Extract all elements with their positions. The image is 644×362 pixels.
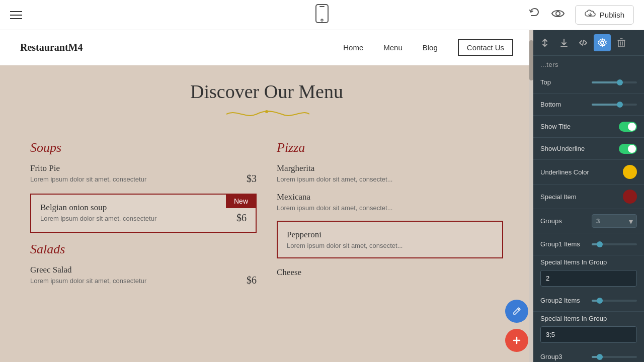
special-pizza-name: Pepperoni (287, 230, 493, 240)
setting-underlines-color: Underlines Color (533, 160, 644, 185)
nav-home[interactable]: Home (343, 43, 363, 52)
underlines-color-label: Underlines Color (540, 168, 623, 176)
scroll-thumb[interactable] (529, 40, 533, 80)
setting-show-title: Show Title (533, 116, 644, 138)
special-soup-item: New Belgian onion soup Lorem ipsum dolor… (30, 194, 257, 233)
group1-label: Group1 Items (540, 240, 592, 248)
setting-groups: Groups 3 1 2 4 5 (533, 209, 644, 233)
mobile-device-icon[interactable] (315, 4, 329, 26)
publish-label: Publish (600, 11, 624, 19)
group2-special-row: Special Items In Group (533, 312, 644, 346)
panel-toolbar (533, 30, 644, 56)
special-item-color-picker[interactable] (623, 190, 637, 204)
groups-dropdown[interactable]: 3 1 2 4 5 (592, 214, 637, 228)
special-pizza-item: Pepperoni Lorem ipsum dolor sit amet, co… (277, 221, 503, 258)
cloud-icon (585, 10, 596, 20)
setting-top: Top (533, 71, 644, 94)
top-bar-center (315, 4, 329, 26)
menu-columns: Soups Frito Pie Lorem ipsum dolor sit am… (30, 140, 503, 295)
special-item-label: Special Item (540, 193, 623, 201)
item-name: Mexicana (277, 192, 503, 202)
main-area: RestaurantM4 Home Menu Blog Contact Us D… (0, 30, 644, 362)
svg-line-16 (518, 309, 519, 310)
item-desc: Lorem ipsum dolor sit amet, consectet... (277, 204, 503, 212)
group1-special-input[interactable] (540, 270, 637, 287)
item-name: Greec Salad (30, 265, 257, 275)
top-bar: Publish (0, 0, 644, 30)
menu-decoration (30, 107, 503, 125)
special-item-name: Belgian onion soup (40, 203, 247, 213)
download-icon[interactable] (555, 34, 573, 51)
show-underline-toggle[interactable] (619, 144, 637, 154)
settings-panel: ...ters Top Bottom Show Title ShowUnderl… (533, 30, 644, 362)
menu-title: Discover Our Menu (30, 80, 503, 103)
new-badge: New (226, 194, 256, 208)
website-preview: RestaurantM4 Home Menu Blog Contact Us D… (0, 30, 533, 362)
setting-group2-items: Group2 Items (533, 290, 644, 312)
menu-right-column: Pizza Margherita Lorem ipsum dolor sit a… (277, 140, 503, 295)
group3-label: Group3 (540, 353, 592, 360)
group2-slider[interactable] (592, 300, 637, 302)
menu-item: Cheese (277, 267, 503, 278)
menu-item: Greec Salad Lorem ipsum dolor sit amet, … (30, 265, 257, 286)
show-title-toggle[interactable] (619, 122, 637, 132)
svg-point-3 (556, 12, 560, 16)
svg-rect-0 (316, 5, 328, 23)
show-underline-label: ShowUnderline (540, 145, 619, 152)
show-title-label: Show Title (540, 123, 619, 130)
top-bar-left (10, 11, 22, 19)
svg-point-1 (321, 19, 323, 21)
nav-menu[interactable]: Menu (383, 43, 403, 52)
menu-content: Discover Our Menu Soups Frito Pie Lorem … (0, 65, 533, 362)
nav-blog[interactable]: Blog (423, 43, 438, 52)
groups-label: Groups (540, 217, 592, 225)
site-logo: RestaurantM4 (20, 42, 83, 53)
group3-slider[interactable] (592, 356, 637, 358)
bottom-slider[interactable] (592, 104, 637, 106)
item-name: Margherita (277, 163, 503, 173)
trash-icon[interactable] (613, 34, 630, 51)
add-fab-button[interactable] (505, 329, 528, 352)
edit-fab-button[interactable] (505, 300, 528, 323)
menu-item: Frito Pie Lorem ipsum dolor sit amet, co… (30, 163, 257, 185)
group1-special-label: Special Items In Group (540, 258, 637, 266)
group2-special-input[interactable] (540, 326, 637, 343)
bottom-label: Bottom (540, 101, 592, 108)
svg-point-5 (265, 110, 268, 113)
preview-icon[interactable] (551, 8, 565, 22)
group1-slider[interactable] (592, 243, 637, 245)
svg-line-9 (583, 40, 584, 45)
item-desc: Lorem ipsum dolor sit amet, consectet... (277, 175, 503, 183)
menu-left-column: Soups Frito Pie Lorem ipsum dolor sit am… (30, 140, 257, 295)
underlines-color-picker[interactable] (623, 165, 637, 179)
menu-item: Mexicana Lorem ipsum dolor sit amet, con… (277, 192, 503, 212)
site-nav: RestaurantM4 Home Menu Blog Contact Us (0, 30, 533, 65)
special-pizza-desc: Lorem ipsum dolor sit amet, consectet... (287, 242, 493, 249)
setting-show-underline: ShowUnderline (533, 138, 644, 160)
setting-bottom: Bottom (533, 94, 644, 116)
undo-icon[interactable] (527, 7, 541, 24)
item-name: Cheese (277, 267, 503, 278)
site-nav-links: Home Menu Blog Contact Us (343, 39, 513, 56)
top-bar-right: Publish (527, 5, 634, 25)
setting-group1-items: Group1 Items (533, 233, 644, 255)
top-label: Top (540, 78, 592, 86)
params-label: ...ters (533, 56, 644, 71)
publish-button[interactable]: Publish (575, 5, 634, 25)
top-slider[interactable] (592, 81, 637, 83)
salads-category: Salads (30, 242, 257, 257)
group2-special-label: Special Items In Group (540, 315, 637, 322)
svg-rect-11 (618, 40, 624, 47)
settings-icon[interactable] (594, 34, 611, 51)
hamburger-menu[interactable] (10, 11, 22, 19)
group2-label: Group2 Items (540, 297, 592, 304)
setting-special-item: Special Item (533, 185, 644, 209)
item-name: Frito Pie (30, 163, 257, 173)
scroll-bar[interactable] (529, 30, 533, 362)
svg-point-10 (601, 41, 604, 44)
code-icon[interactable] (575, 34, 592, 51)
nav-contact[interactable]: Contact Us (458, 39, 513, 56)
sort-icon[interactable] (536, 34, 553, 51)
menu-item: Margherita Lorem ipsum dolor sit amet, c… (277, 163, 503, 183)
groups-dropdown-wrapper: 3 1 2 4 5 (592, 214, 637, 228)
